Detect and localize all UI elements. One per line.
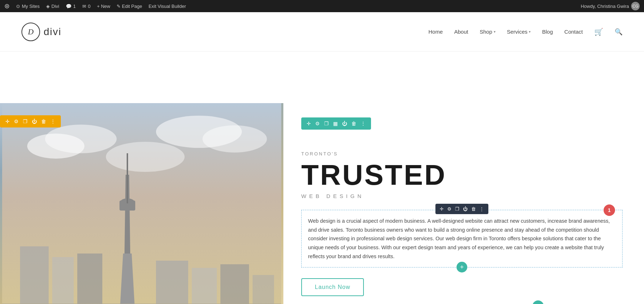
edit-page-label: ✎ Edit Page <box>117 4 142 9</box>
section-subtitle: TORONTO'S <box>301 151 623 156</box>
exit-vb-item[interactable]: Exit Visual Builder <box>148 4 186 9</box>
wp-logo-item[interactable]: ⊛ <box>4 2 10 10</box>
nav-about-label: About <box>454 29 468 35</box>
wp-icon: ⊛ <box>4 2 10 10</box>
mod-tb-move-icon[interactable]: ✛ <box>438 206 445 212</box>
site-name-item[interactable]: ◈ Divi <box>46 4 59 9</box>
top-plus-btn[interactable]: + <box>532 300 544 304</box>
exit-vb-label: Exit Visual Builder <box>148 4 186 9</box>
svg-rect-13 <box>77 254 102 304</box>
tb-duplicate-icon[interactable]: ❐ <box>21 117 29 125</box>
comments-zero-item[interactable]: ✉ 0 <box>82 4 91 9</box>
user-avatar[interactable]: CG <box>631 2 640 10</box>
tb-settings-icon[interactable]: ⚙ <box>12 117 20 125</box>
svg-point-2 <box>45 125 117 153</box>
right-content-col: ✛ ⚙ ❐ ▦ ⏻ 🗑 ⋮ TORONTO'S TRUSTED WEB DESI… <box>283 103 644 304</box>
comment2-icon: ✉ <box>82 4 86 9</box>
nav-search-icon[interactable]: 🔍 <box>615 28 623 36</box>
my-sites-item[interactable]: ⊙ My Sites <box>16 4 40 9</box>
tb-add-icon[interactable]: ✛ <box>4 117 11 125</box>
main-nav: Home About Shop ▾ Services ▾ Blog Contac… <box>428 28 623 36</box>
nav-cart-icon[interactable]: 🛒 <box>594 28 603 36</box>
svg-rect-17 <box>253 275 274 304</box>
nav-contact-label: Contact <box>564 29 583 35</box>
services-dropdown-arrow: ▾ <box>529 30 531 34</box>
site-header: D divi Home About Shop ▾ Services ▾ Blog… <box>0 12 644 52</box>
two-col-section: ✛ ⚙ ❐ ▦ ⏻ 🗑 ⋮ TORONTO'S TRUSTED WEB DESI… <box>0 103 644 304</box>
teal-tb-delete-icon[interactable]: 🗑 <box>350 120 358 127</box>
text-block-wrapper: 1 ✛ ⚙ ❐ ⏻ 🗑 ⋮ Web design is a crucial as… <box>301 210 623 267</box>
nav-home-label: Home <box>428 29 443 35</box>
svg-rect-16 <box>220 264 249 304</box>
new-item[interactable]: + New <box>97 4 110 9</box>
mod-tb-disable-icon[interactable]: ⏻ <box>462 206 469 212</box>
sites-icon: ⊙ <box>16 4 20 9</box>
teal-tb-col-icon[interactable]: ▦ <box>331 120 340 127</box>
teal-tb-duplicate-icon[interactable]: ❐ <box>322 120 331 127</box>
city-image <box>0 103 283 304</box>
comments-item[interactable]: 💬 1 <box>66 4 76 9</box>
new-label: + New <box>97 4 110 9</box>
left-image-col <box>0 103 283 304</box>
main-content: ✛ ⚙ ❐ ⏻ 🗑 ⋮ <box>0 64 644 304</box>
svg-point-4 <box>203 125 267 153</box>
module-toolbar[interactable]: ✛ ⚙ ❐ ⏻ 🗑 ⋮ <box>435 204 488 214</box>
nav-home[interactable]: Home <box>428 29 443 35</box>
svg-rect-15 <box>192 268 217 304</box>
admin-bar: ⊛ ⊙ My Sites ◈ Divi 💬 1 ✉ 0 + New ✎ Edit… <box>0 0 644 12</box>
nav-contact[interactable]: Contact <box>564 29 583 35</box>
city-skyline-svg <box>0 103 283 304</box>
comment-icon: 💬 <box>66 4 72 9</box>
nav-blog-label: Blog <box>542 29 553 35</box>
shop-dropdown-arrow: ▾ <box>494 30 496 34</box>
section-title-sub: WEB DESIGN <box>301 193 623 199</box>
nav-shop[interactable]: Shop ▾ <box>480 29 496 35</box>
my-sites-label: My Sites <box>22 4 40 9</box>
tb-more-icon[interactable]: ⋮ <box>49 117 57 125</box>
svg-rect-14 <box>156 261 188 304</box>
comments-zero: 0 <box>88 4 91 9</box>
launch-now-button[interactable]: Launch Now <box>301 278 364 296</box>
row-toolbar-orange[interactable]: ✛ ⚙ ❐ ⏻ 🗑 ⋮ <box>0 115 61 127</box>
mod-tb-more-icon[interactable]: ⋮ <box>478 206 486 212</box>
edit-page-item[interactable]: ✎ Edit Page <box>117 4 142 9</box>
svg-rect-10 <box>127 153 128 203</box>
svg-rect-12 <box>52 257 74 304</box>
mod-tb-duplicate-icon[interactable]: ❐ <box>454 206 461 212</box>
svg-rect-11 <box>20 246 49 304</box>
section-toolbar-teal[interactable]: ✛ ⚙ ❐ ▦ ⏻ 🗑 ⋮ <box>301 117 371 130</box>
tb-disable-icon[interactable]: ⏻ <box>30 117 39 125</box>
howdy-section: Howdy, Christina Gwira CG <box>581 2 640 10</box>
nav-services-label: Services <box>507 29 528 35</box>
teal-tb-settings-icon[interactable]: ⚙ <box>313 120 322 127</box>
site-name-label: Divi <box>52 4 59 9</box>
logo-circle: D <box>21 23 40 41</box>
comments-count: 1 <box>73 4 76 9</box>
nav-about[interactable]: About <box>454 29 468 35</box>
nav-services[interactable]: Services ▾ <box>507 29 531 35</box>
number-badge: 1 <box>604 204 615 216</box>
badge-number: 1 <box>608 207 611 213</box>
body-text: Web design is a crucial aspect of modern… <box>308 217 616 261</box>
teal-tb-more-icon[interactable]: ⋮ <box>359 120 367 127</box>
site-logo[interactable]: D divi <box>21 23 62 41</box>
logo-name: divi <box>44 26 62 38</box>
teal-tb-add-icon[interactable]: ✛ <box>305 120 313 127</box>
nav-shop-label: Shop <box>480 29 492 35</box>
tb-delete-icon[interactable]: 🗑 <box>39 117 48 125</box>
teal-tb-disable-icon[interactable]: ⏻ <box>340 120 349 127</box>
logo-letter: D <box>28 27 34 37</box>
divi-icon: ◈ <box>46 4 50 9</box>
mod-tb-delete-icon[interactable]: 🗑 <box>470 206 477 212</box>
nav-blog[interactable]: Blog <box>542 29 553 35</box>
section-title: TRUSTED <box>301 161 623 189</box>
text-block-add-btn[interactable]: + <box>457 262 467 272</box>
howdy-text: Howdy, Christina Gwira <box>581 4 629 9</box>
svg-point-5 <box>106 142 185 172</box>
mod-tb-settings-icon[interactable]: ⚙ <box>446 206 453 212</box>
